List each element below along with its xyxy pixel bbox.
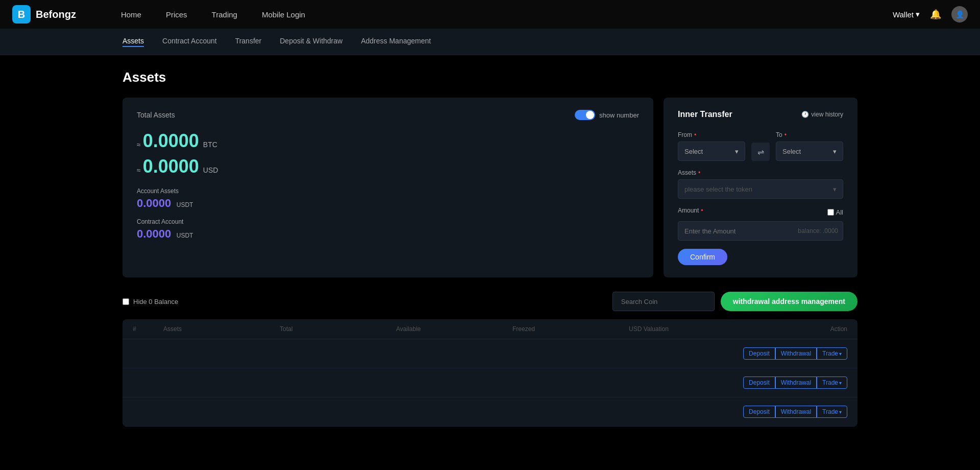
assets-select[interactable]: please select the token ▾ <box>678 179 843 199</box>
btc-amount: 0.0000 <box>143 130 199 152</box>
table-row: Deposit Withdrawal Trade ▾ <box>122 368 857 397</box>
row2-deposit-button[interactable]: Deposit <box>743 377 775 389</box>
table-header: # Assets Total Available Freezed USD Val… <box>122 319 857 339</box>
transfer-card-header: Inner Transfer 🕐 view history <box>678 110 843 119</box>
amount-required: • <box>701 207 703 214</box>
row1-withdrawal-button[interactable]: Withdrawal <box>775 347 817 360</box>
row3-actions: Deposit Withdrawal Trade ▾ <box>745 406 847 418</box>
top-section: Total Assets show number ≈ 0.0000 BTC ≈ … <box>122 98 857 277</box>
all-checkbox[interactable]: All <box>827 208 843 216</box>
from-chevron-icon: ▾ <box>735 148 739 155</box>
nav-mobile-login[interactable]: Mobile Login <box>262 10 305 19</box>
top-navigation: B Befongz Home Prices Trading Mobile Log… <box>0 0 980 29</box>
assets-table: # Assets Total Available Freezed USD Val… <box>122 319 857 427</box>
table-row: Deposit Withdrawal Trade ▾ <box>122 339 857 368</box>
nav-links: Home Prices Trading Mobile Login <box>121 10 305 19</box>
withdrawal-address-management-button[interactable]: withdrawal address management <box>721 292 857 311</box>
search-coin-input[interactable] <box>612 292 715 311</box>
amount-label-row: Amount • All <box>678 207 843 217</box>
avatar[interactable]: 👤 <box>951 6 968 22</box>
right-controls: withdrawal address management <box>612 292 857 311</box>
sub-accounts: Account Assets 0.0000 USDT Contract Acco… <box>137 187 639 241</box>
approx-sign-btc: ≈ <box>137 140 141 149</box>
to-required: • <box>785 131 787 138</box>
nav-address-management[interactable]: Address Management <box>361 37 431 47</box>
confirm-button[interactable]: Confirm <box>678 249 727 265</box>
nav-contract-account[interactable]: Contract Account <box>162 37 217 47</box>
total-assets-label: Total Assets <box>137 111 175 119</box>
hide-balance-checkbox[interactable]: Hide 0 Balance <box>122 298 178 306</box>
nav-prices[interactable]: Prices <box>166 10 187 19</box>
approx-sign-usd: ≈ <box>137 166 141 174</box>
th-assets: Assets <box>163 325 280 333</box>
brand-name: Befongz <box>36 9 76 20</box>
view-history-label: view history <box>811 111 843 118</box>
nav-right: Wallet ▾ 🔔 👤 <box>893 6 968 22</box>
nav-assets[interactable]: Assets <box>122 37 144 47</box>
usd-amount-row: ≈ 0.0000 USD <box>137 156 639 177</box>
nav-transfer[interactable]: Transfer <box>235 37 262 47</box>
nav-left: B Befongz Home Prices Trading Mobile Log… <box>12 5 305 24</box>
svg-text:B: B <box>18 9 25 20</box>
nav-deposit-withdraw[interactable]: Deposit & Withdraw <box>280 37 342 47</box>
th-number: # <box>133 325 163 333</box>
assets-select-placeholder: please select the token <box>684 185 752 193</box>
bottom-controls: Hide 0 Balance withdrawal address manage… <box>122 292 857 311</box>
trade-chevron-icon: ▾ <box>839 351 842 357</box>
swap-button[interactable]: ⇌ <box>751 143 770 161</box>
show-number-toggle[interactable] <box>575 110 595 120</box>
th-available: Available <box>396 325 512 333</box>
inner-transfer-title: Inner Transfer <box>678 110 732 119</box>
wallet-button[interactable]: Wallet ▾ <box>893 10 920 19</box>
hide-balance-input[interactable] <box>122 298 129 305</box>
assets-label: Assets • <box>678 169 843 176</box>
view-history-link[interactable]: 🕐 view history <box>801 111 843 118</box>
amount-label: Amount • <box>678 207 703 214</box>
notification-bell-icon[interactable]: 🔔 <box>930 9 941 20</box>
trade-chevron-icon: ▾ <box>839 380 842 386</box>
row1-deposit-button[interactable]: Deposit <box>743 347 775 360</box>
to-chevron-icon: ▾ <box>833 148 837 155</box>
nav-home[interactable]: Home <box>121 10 141 19</box>
contract-account-amount-row: 0.0000 USDT <box>137 227 639 241</box>
to-select[interactable]: Select ▾ <box>776 142 843 161</box>
row3-trade-button[interactable]: Trade ▾ <box>817 406 847 418</box>
from-required: • <box>694 131 696 138</box>
all-checkbox-input[interactable] <box>827 209 834 216</box>
assets-chevron-icon: ▾ <box>833 185 837 193</box>
logo-area[interactable]: B Befongz <box>12 5 76 24</box>
assets-card-header: Total Assets show number <box>137 110 639 120</box>
from-select-value: Select <box>684 148 703 155</box>
nav-trading[interactable]: Trading <box>212 10 237 19</box>
secondary-navigation: Assets Contract Account Transfer Deposit… <box>0 29 980 55</box>
row3-withdrawal-button[interactable]: Withdrawal <box>775 406 817 418</box>
from-label: From • <box>678 131 745 138</box>
inner-transfer-card: Inner Transfer 🕐 view history From • Sel… <box>664 98 857 277</box>
hide-balance-label: Hide 0 Balance <box>133 298 178 306</box>
contract-account-label: Contract Account <box>137 218 639 225</box>
row3-deposit-button[interactable]: Deposit <box>743 406 775 418</box>
th-action: Action <box>745 325 847 333</box>
to-select-value: Select <box>782 148 801 155</box>
amount-input-wrapper: balance: .0000 <box>678 221 843 241</box>
usd-currency: USD <box>203 166 218 174</box>
toggle-label: show number <box>599 111 639 119</box>
row2-trade-button[interactable]: Trade ▾ <box>817 377 847 389</box>
account-assets-label: Account Assets <box>137 187 639 195</box>
row2-withdrawal-button[interactable]: Withdrawal <box>775 377 817 389</box>
total-assets-card: Total Assets show number ≈ 0.0000 BTC ≈ … <box>122 98 653 277</box>
to-group: To • Select ▾ <box>776 131 843 161</box>
contract-account-currency: USDT <box>177 232 193 239</box>
btc-currency: BTC <box>203 140 217 149</box>
page-title: Assets <box>122 69 857 85</box>
from-select[interactable]: Select ▾ <box>678 142 745 161</box>
assets-required: • <box>698 169 700 176</box>
row2-actions: Deposit Withdrawal Trade ▾ <box>745 377 847 389</box>
main-content: Assets Total Assets show number ≈ 0.0000… <box>0 55 980 441</box>
row1-trade-button[interactable]: Trade ▾ <box>817 347 847 360</box>
th-total: Total <box>280 325 396 333</box>
account-assets-currency: USDT <box>177 201 193 208</box>
clock-icon: 🕐 <box>801 111 809 118</box>
usd-amount: 0.0000 <box>143 156 199 177</box>
from-to-row: From • Select ▾ ⇌ To • Select <box>678 131 843 161</box>
